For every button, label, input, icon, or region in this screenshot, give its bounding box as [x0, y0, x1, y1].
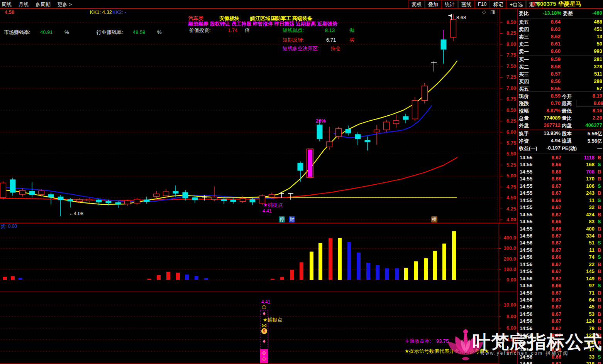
value-invest-label: 价值投资: [189, 27, 211, 33]
info-label: 现价 [519, 93, 529, 100]
ask-row[interactable]: 卖一8.60993 [518, 48, 603, 56]
volume-bar [185, 275, 189, 280]
menu-button-统计[interactable]: 统计 [442, 0, 458, 8]
bid-row[interactable]: 买二8.58378 [518, 64, 603, 71]
info-label: 最低 [562, 108, 572, 115]
candle-body [365, 140, 371, 142]
candle-body [250, 199, 256, 202]
tick-side: B [598, 268, 601, 274]
tick-time: 14:55 [520, 183, 532, 189]
bid-row[interactable]: 买四8.56288 [518, 78, 603, 86]
badge-bang: 榜 [431, 216, 437, 222]
tick-side: B [598, 212, 601, 217]
gem-icon: ♦ [259, 338, 269, 344]
tick-price: 8.68 [537, 169, 561, 175]
tick-volume: 22 [568, 261, 595, 267]
candle-body [48, 194, 54, 197]
axis-label: 6.00 [506, 129, 516, 135]
main-chart-canvas[interactable]: 8.508.258.007.757.507.257.006.756.506.25… [0, 0, 603, 364]
axis-label: 8.25 [506, 30, 516, 36]
info-value: 5.56亿 [576, 130, 602, 137]
menu-button-+自选[interactable]: +自选 [506, 0, 526, 8]
tick-price: 8.66 [537, 162, 561, 167]
level-price: 8.57 [534, 71, 561, 77]
weibi-label: 委比 [519, 10, 529, 17]
level-label: 卖二 [519, 41, 529, 48]
volume-bar [442, 244, 446, 280]
info-label: 内盘 [562, 122, 572, 129]
level-price: 8.58 [534, 64, 561, 69]
tick-volume: 64 [568, 297, 595, 303]
axis-label: 10.00 [503, 302, 516, 308]
candle-body [327, 142, 332, 147]
tick-volume: 218 [568, 361, 595, 364]
tick-price: 8.67 [537, 190, 561, 196]
info-label: 涨跌 [519, 100, 529, 107]
tick-side: S [598, 354, 601, 360]
info-value: 13.93% [535, 130, 561, 136]
reverse-action: 买 [349, 37, 354, 43]
menu-button-叠加[interactable]: 叠加 [425, 0, 441, 8]
candle-body [269, 194, 275, 197]
volume-bar [271, 279, 274, 280]
tick-side: B [598, 318, 601, 324]
split-window-icon[interactable]: ◨ [490, 9, 495, 15]
watermark-url: www.yefanchen.com 指标订阅 [481, 350, 569, 357]
candle-body [192, 197, 198, 200]
level-price: 8.55 [534, 86, 561, 91]
axis-label: 0.00 [506, 277, 516, 283]
tick-time: 14:55 [520, 162, 532, 167]
menu-button-画线[interactable]: 画线 [458, 0, 474, 8]
axis-label: 6.50 [506, 107, 516, 113]
tick-price: 8.67 [537, 183, 561, 189]
info-value: 8.68 [576, 100, 603, 106]
menu-button-F10[interactable]: F10 [475, 0, 490, 8]
tick-time: 14:55 [520, 176, 532, 182]
tick-time: 14:56 [520, 247, 532, 253]
badge-cai: 财 [289, 216, 295, 222]
tick-side: B [598, 311, 601, 317]
diamond-marker-icon[interactable]: ◇ [482, 9, 486, 15]
volume-bar [424, 258, 428, 280]
bid-row[interactable]: 买三8.57511 [518, 71, 603, 78]
menu-item-更多 >[interactable]: 更多 > [58, 1, 72, 8]
industry-rate-label: 行业赚钱率: [97, 29, 123, 35]
volume-bar [357, 253, 361, 280]
candle-body [298, 163, 303, 170]
candle-body [317, 125, 323, 139]
sell-point-action: 抛 [349, 27, 354, 33]
volume-bar [385, 268, 389, 280]
volume-bar [452, 231, 456, 280]
menu-item-多周期[interactable]: 多周期 [36, 1, 51, 8]
top-menu-bar: 周线月线多周期更多 > 复权叠加统计画线F10标记+自选返回 R600375华菱… [0, 0, 603, 9]
capture-point-value: 4.41 [263, 208, 271, 214]
tick-side: B [598, 233, 601, 239]
menu-item-周线[interactable]: 周线 [2, 1, 12, 8]
tick-side: B [598, 155, 601, 160]
bid-row[interactable]: 买一8.59281 [518, 56, 603, 64]
reverse-label: 短期反转: [283, 37, 304, 43]
axis-label: 7.75 [506, 52, 516, 58]
tick-side: B [598, 247, 601, 253]
candle-body [212, 197, 217, 200]
info-value: 774089 [535, 115, 561, 121]
axis-label: 5.25 [506, 162, 516, 168]
ask-row[interactable]: 卖四8.63451 [518, 26, 603, 34]
volume-bar [300, 262, 303, 280]
tick-price: 8.67 [537, 212, 561, 217]
ask-row[interactable]: 卖三8.6213 [518, 34, 603, 41]
ask-row[interactable]: 卖二8.6150 [518, 41, 603, 48]
level-price: 8.62 [534, 34, 561, 39]
menu-item-月线[interactable]: 月线 [19, 1, 29, 8]
low-price-label: ←4.08 [69, 211, 83, 216]
tick-price: 8.67 [537, 276, 561, 281]
tick-price: 8.66 [537, 283, 561, 288]
candle-body [441, 39, 447, 49]
candle-body [451, 19, 456, 37]
level-label: 买二 [519, 64, 529, 71]
ask-row[interactable]: 卖五8.64468 [518, 19, 603, 26]
tick-time: 14:56 [520, 361, 532, 364]
menu-button-复权[interactable]: 复权 [408, 0, 425, 8]
menu-button-标记[interactable]: 标记 [490, 0, 506, 8]
tick-volume: 424 [568, 212, 595, 217]
